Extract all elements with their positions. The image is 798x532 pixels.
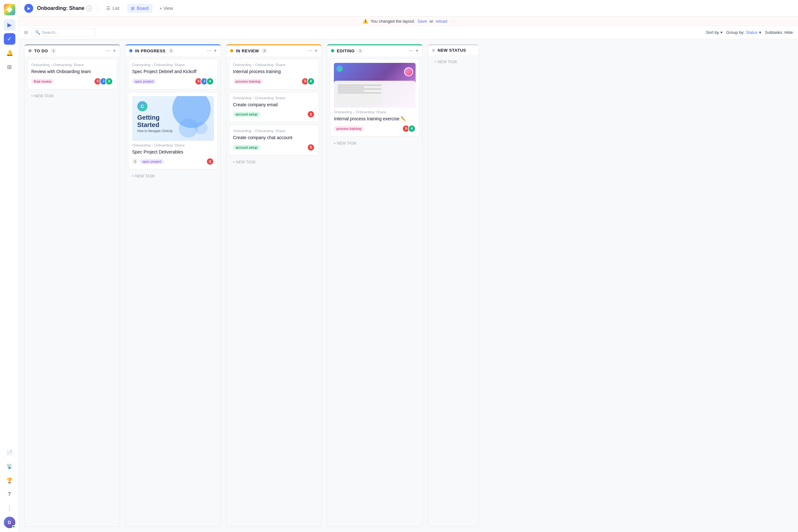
card-footer: spec project S J A	[132, 78, 214, 85]
topbar: ▶ Onboarding: Shane i ☰ List ⊞ Board + V…	[19, 0, 798, 17]
table-row[interactable]: Onboarding › Onboarding: Shane Internal …	[330, 59, 420, 137]
status-dot-todo	[28, 49, 32, 52]
col-title-inreview: IN REVIEW	[236, 49, 259, 53]
tag: process training	[233, 79, 263, 84]
breadcrumb: Onboarding › Onboarding: Shane	[233, 63, 315, 67]
card-title: Internal process training	[233, 69, 315, 75]
avatar: A	[206, 78, 214, 85]
new-task-button[interactable]: + NEW TASK	[229, 158, 319, 166]
avatar-group: S	[307, 110, 315, 118]
column-body-editing: Onboarding › Onboarding: Shane Internal …	[327, 56, 423, 527]
add-view-button[interactable]: + View	[156, 4, 176, 13]
table-row[interactable]: Onboarding › Onboarding: Shane Internal …	[229, 59, 319, 89]
status-dot-inreview	[230, 49, 233, 52]
tag: spec project	[140, 159, 164, 164]
breadcrumb-arrow: ›	[152, 63, 153, 67]
avatar: S	[307, 110, 315, 118]
sidebar-item-notifications[interactable]: 🔔	[4, 47, 15, 59]
col-more-icon[interactable]: ···	[207, 48, 211, 54]
filter-button[interactable]: ⊟	[24, 30, 28, 35]
more-options-icon[interactable]: ···	[451, 19, 455, 24]
back-nav-icon[interactable]: ▶	[24, 4, 33, 13]
avatar: A	[408, 125, 416, 132]
card-title: Create company email	[233, 102, 315, 108]
tag: spec project	[132, 79, 156, 84]
column-editing: EDITING 1 ··· +	[327, 44, 423, 527]
notification-bar: ⚠️ You changed the layout. Save or reloa…	[19, 17, 798, 26]
help-icon[interactable]: ?	[4, 489, 15, 500]
avatar-group: S A	[402, 125, 416, 132]
list-icon: ☰	[106, 6, 111, 11]
col-title-inprogress: IN PROGRESS	[135, 49, 166, 53]
card-image: C Getting Started How to Navigate ClickU…	[132, 96, 214, 141]
column-newstatus: NEW STATUS + NEW TASK	[428, 44, 479, 527]
tab-list[interactable]: ☰ List	[102, 4, 123, 13]
col-more-icon[interactable]: ···	[408, 48, 413, 54]
breadcrumb: Onboarding › Onboarding: Shane	[132, 143, 214, 147]
col-count-inreview: 3	[262, 49, 267, 53]
avatar[interactable]: D	[4, 517, 15, 528]
new-task-button[interactable]: + NEW TASK	[330, 139, 420, 148]
sort-button[interactable]: Sort by ▾	[706, 30, 722, 35]
group-button[interactable]: Group by: Status ▾	[726, 30, 761, 35]
info-icon[interactable]: i	[86, 5, 92, 11]
avatar-group: S J A	[195, 78, 214, 85]
sub-count-badge: 3	[132, 158, 138, 164]
breadcrumb-arrow: ›	[253, 63, 254, 67]
sidebar-item-dashboard[interactable]: ⊞	[4, 61, 15, 73]
status-dot-inprogress	[129, 49, 132, 52]
card-footer: process training S A	[334, 125, 416, 132]
main-content: ▶ Onboarding: Shane i ☰ List ⊞ Board + V…	[19, 0, 798, 532]
filter-icon: ⊟	[24, 30, 28, 35]
table-row[interactable]: Onboarding › Onboarding: Shane Create co…	[229, 92, 319, 122]
search-box: 🔍 Search...	[32, 28, 95, 36]
radio-icon[interactable]: 📡	[4, 460, 15, 472]
table-row[interactable]: Onboarding › Onboarding: Shane Review wi…	[27, 59, 117, 89]
document-icon[interactable]: 📄	[4, 446, 15, 458]
tab-board[interactable]: ⊞ Board	[127, 4, 152, 13]
column-inprogress: IN PROGRESS 2 ··· + Onboarding › Onboard…	[125, 44, 221, 527]
card-footer: process training S A	[233, 78, 315, 85]
tag: process training	[334, 126, 364, 131]
col-more-icon[interactable]: ···	[106, 48, 110, 54]
getting-started-text: Getting Started How to Navigate ClickUp	[137, 114, 173, 133]
reload-link[interactable]: reload	[436, 19, 447, 24]
table-row[interactable]: Onboarding › Onboarding: Shane Create co…	[229, 125, 319, 155]
card-title: Spec Project Debrief and Kickoff	[132, 69, 214, 75]
table-row[interactable]: C Getting Started How to Navigate ClickU…	[128, 92, 218, 170]
new-task-button[interactable]: + NEW TASK	[431, 58, 476, 66]
trophy-icon[interactable]: 🏆	[4, 475, 15, 486]
col-count-inprogress: 2	[168, 49, 174, 53]
col-add-icon[interactable]: +	[315, 48, 318, 54]
group-chevron-icon: ▾	[759, 30, 761, 35]
column-body-todo: Onboarding › Onboarding: Shane Review wi…	[24, 56, 120, 527]
card-footer: final review S J A	[31, 78, 113, 85]
app-logo[interactable]	[4, 4, 15, 15]
breadcrumb-arrow: ›	[51, 63, 52, 67]
breadcrumb-arrow: ›	[253, 129, 254, 133]
column-header-todo: TO DO 1 ··· +	[24, 44, 120, 56]
breadcrumb-arrow: ›	[253, 96, 254, 99]
breadcrumb: Onboarding › Onboarding: Shane	[334, 110, 416, 114]
col-add-icon[interactable]: +	[416, 48, 418, 54]
toolbar: ⊟ 🔍 Search... Sort by ▾ Group by: Status…	[19, 26, 798, 39]
column-body-newstatus: + NEW TASK	[428, 55, 479, 527]
card-title: Review with Onboarding team	[31, 69, 113, 75]
col-more-icon[interactable]: ···	[308, 48, 312, 54]
column-header-inprogress: IN PROGRESS 2 ··· +	[125, 44, 221, 56]
subtasks-button[interactable]: Subtasks: Hide	[765, 30, 793, 35]
col-count-editing: 1	[357, 49, 363, 53]
new-task-button[interactable]: + NEW TASK	[27, 92, 117, 100]
board: TO DO 1 ··· + Onboarding › Onboarding: S…	[19, 39, 798, 532]
save-link[interactable]: Save	[418, 19, 427, 24]
avatar	[404, 67, 413, 76]
sidebar-item-tasks[interactable]: ✓	[4, 33, 15, 45]
sidebar-nav-icon[interactable]: ▶	[4, 19, 15, 31]
new-task-button[interactable]: + NEW TASK	[128, 172, 218, 180]
breadcrumb: Onboarding › Onboarding: Shane	[31, 63, 113, 67]
table-row[interactable]: Onboarding › Onboarding: Shane Spec Proj…	[128, 59, 218, 89]
card-footer: account setup S	[233, 110, 315, 118]
col-add-icon[interactable]: +	[214, 48, 217, 54]
more-icon[interactable]: ⋮	[4, 502, 15, 514]
col-add-icon[interactable]: +	[113, 48, 116, 54]
